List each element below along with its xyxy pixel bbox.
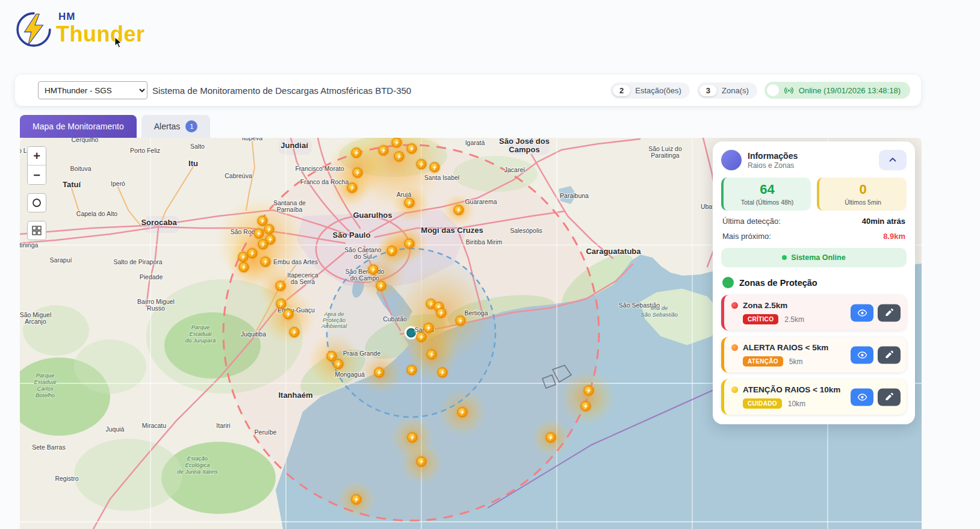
lightning-marker[interactable] <box>453 204 465 217</box>
map-place-label: Itu <box>188 159 198 168</box>
edit-zone-button[interactable] <box>878 346 901 363</box>
lightning-marker[interactable] <box>415 456 428 468</box>
lightning-marker[interactable] <box>415 158 428 171</box>
zones-label: Zona(s) <box>722 86 749 95</box>
lightning-marker[interactable] <box>259 256 272 268</box>
system-status-text: Sistema Online <box>791 253 845 262</box>
logo-thunder-text: Thunder <box>56 23 144 46</box>
pencil-icon <box>885 309 893 317</box>
lightning-marker[interactable] <box>346 182 359 194</box>
map-place-label: Sorocaba <box>141 218 177 227</box>
lightning-marker[interactable] <box>393 150 406 163</box>
tab-alerts-label: Alertas <box>154 122 181 131</box>
lightning-marker[interactable] <box>545 432 557 444</box>
map-place-label: Piedade <box>140 273 163 280</box>
zones-count: 3 <box>699 85 717 96</box>
zone-severity-badge: CRÍTICO <box>743 314 778 324</box>
zones-section-header: Zonas de Proteção <box>722 277 905 288</box>
zone-severity-badge: ATENÇÃO <box>743 356 783 367</box>
edit-zone-button[interactable] <box>878 388 901 406</box>
lightning-marker[interactable] <box>429 161 441 174</box>
info-panel-header: Informações Raios e Zonas <box>721 150 907 170</box>
lightning-marker[interactable] <box>406 143 418 155</box>
view-zone-button[interactable] <box>851 388 873 406</box>
recent-strikes-card: 0 Últimos 5min <box>817 178 907 211</box>
lightning-marker[interactable] <box>275 298 288 311</box>
lightning-marker[interactable] <box>350 493 363 506</box>
map-place-label: Boituva <box>70 165 91 172</box>
monitoring-map[interactable]: São PauloGuarulhosSorocabaJundiaíItuTatu… <box>20 138 922 529</box>
zone-card-caution: ATENÇÃO RAIOS < 10km CUIDADO 10km <box>721 379 907 415</box>
lightning-marker[interactable] <box>288 326 301 339</box>
zone-color-dot <box>731 386 738 393</box>
info-panel-subtitle: Raios e Zonas <box>748 161 798 170</box>
view-zone-button[interactable] <box>851 346 873 363</box>
map-place-label: Caraguatatuba <box>586 247 641 256</box>
draw-circle-button[interactable] <box>27 193 46 212</box>
lightning-marker[interactable] <box>377 144 390 157</box>
lightning-marker[interactable] <box>375 280 388 292</box>
zone-radius: 10km <box>788 400 805 408</box>
last-detection-row: Última detecção: 40min atrás <box>722 217 905 226</box>
eye-icon <box>857 350 867 360</box>
lightning-marker[interactable] <box>426 348 438 361</box>
map-place-label: Itupeva <box>242 138 263 141</box>
collapse-panel-button[interactable] <box>879 150 907 170</box>
lightning-marker[interactable] <box>435 307 448 320</box>
lightning-marker[interactable] <box>403 238 416 250</box>
lightning-marker[interactable] <box>583 385 595 397</box>
map-place-label: Sete Barras <box>32 444 65 451</box>
lightning-marker[interactable] <box>403 197 416 209</box>
map-place-label: Cerquilho <box>72 138 99 143</box>
page: HM Thunder HMThunder - SGS Sistema de Mo… <box>0 0 980 529</box>
tab-map[interactable]: Mapa de Monitoramento <box>20 115 137 138</box>
lightning-marker[interactable] <box>406 432 419 444</box>
lightning-marker[interactable] <box>274 280 287 292</box>
lightning-marker[interactable] <box>406 364 418 377</box>
map-place-label: Itapecericada Serra <box>287 271 318 285</box>
lightning-marker[interactable] <box>436 367 449 379</box>
map-place-label: Porto Feliz <box>130 147 160 154</box>
lightning-marker[interactable] <box>415 331 428 344</box>
zone-severity-badge: CUIDADO <box>743 398 782 409</box>
map-place-label: Cabreúva <box>225 172 252 179</box>
tab-alerts[interactable]: Alertas 1 <box>141 115 211 138</box>
nearest-strike-label: Mais próximo: <box>722 232 771 241</box>
lightning-marker[interactable] <box>580 400 592 413</box>
map-place-label: Santana deParnaíba <box>273 199 306 213</box>
view-zone-button[interactable] <box>851 304 873 321</box>
edit-zone-button[interactable] <box>878 304 901 321</box>
map-place-label: Iperó <box>111 180 125 187</box>
map-place-label: Guararema <box>465 198 497 205</box>
lightning-marker[interactable] <box>373 367 386 379</box>
nearest-strike-value: 8.9km <box>883 232 905 241</box>
map-place-label: Jacareí <box>504 166 526 173</box>
zones-section-title: Zonas de Proteção <box>739 278 817 288</box>
lightning-marker[interactable] <box>350 147 363 159</box>
map-place-label: Praia Grande <box>343 350 381 357</box>
lightning-marker[interactable] <box>454 315 467 327</box>
lightning-marker[interactable] <box>282 308 295 321</box>
map-tools-button[interactable] <box>27 221 46 240</box>
lightning-marker[interactable] <box>238 261 250 274</box>
lightning-marker[interactable] <box>456 406 469 419</box>
lightning-marker[interactable] <box>386 245 399 258</box>
lightning-marker[interactable] <box>253 227 265 240</box>
total-strikes-label: Total (Últimos 48h) <box>727 199 807 206</box>
map-place-label: São Paulo <box>333 230 371 240</box>
nearest-strike-row: Mais próximo: 8.9km <box>722 232 905 241</box>
zone-radius: 2.5km <box>784 315 804 324</box>
map-place-label: Juquiá <box>106 425 125 433</box>
lightning-marker[interactable] <box>367 264 380 276</box>
lightning-marker[interactable] <box>257 238 270 251</box>
map-place-label: Cubatão <box>383 315 407 323</box>
lightning-marker[interactable] <box>352 167 364 179</box>
zone-name: ALERTA RAIOS < 5km <box>743 343 828 352</box>
map-place-label: etininga <box>20 241 39 249</box>
station-select[interactable]: HMThunder - SGS <box>38 81 147 99</box>
lightning-marker[interactable] <box>332 358 345 371</box>
zoom-in-button[interactable]: + <box>28 147 46 166</box>
zoom-out-button[interactable]: − <box>28 166 46 184</box>
last-detection-value: 40min atrás <box>862 217 905 226</box>
toolbar-status-area: 2 Estação(ões) 3 Zona(s) Online (19/01/2… <box>610 82 910 99</box>
